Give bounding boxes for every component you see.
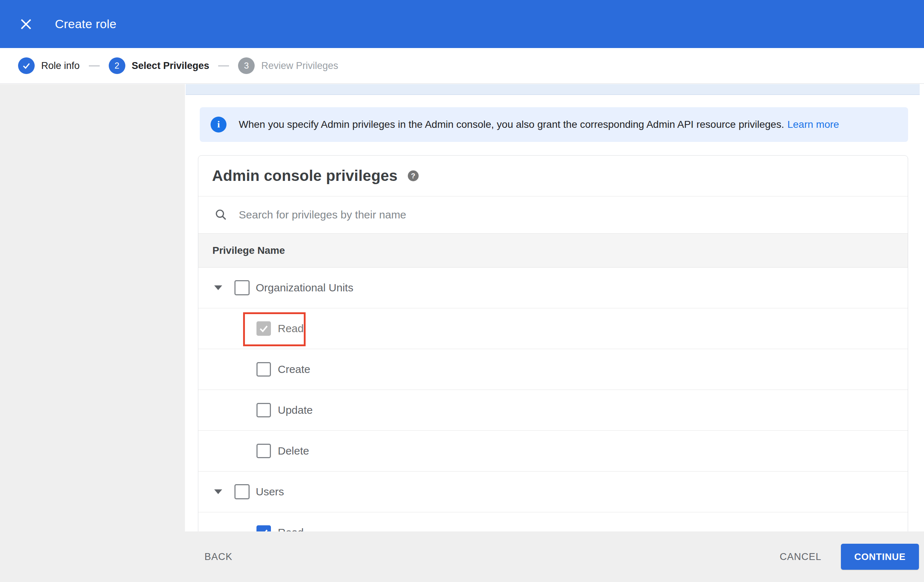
privilege-checkbox[interactable]	[256, 362, 271, 377]
privilege-list: Organizational Units Read Create Update	[198, 267, 908, 531]
step3-label: Review Privileges	[261, 60, 338, 71]
content-area: i When you specify Admin privileges in t…	[0, 84, 924, 531]
search-input[interactable]	[239, 209, 744, 221]
privilege-label: Read	[278, 526, 304, 531]
step3-number: 3	[238, 58, 255, 74]
step2-number: 2	[109, 58, 125, 74]
privilege-search-row	[198, 196, 908, 233]
step-role-info[interactable]: Role info	[18, 58, 80, 74]
privilege-checkbox[interactable]	[256, 444, 271, 458]
search-icon	[214, 208, 228, 222]
privilege-row[interactable]: Users	[198, 472, 908, 512]
privilege-label: Organizational Units	[256, 282, 353, 294]
step1-label: Role info	[41, 60, 80, 71]
learn-more-link[interactable]: Learn more	[787, 119, 839, 130]
footer-action-bar: BACK CANCEL CONTINUE	[0, 531, 924, 582]
step1-check-icon	[18, 58, 35, 74]
step-connector	[89, 65, 100, 66]
privilege-label: Users	[256, 486, 284, 498]
privilege-label: Create	[278, 363, 310, 376]
privilege-checkbox[interactable]	[234, 280, 249, 295]
privilege-checkbox[interactable]	[234, 484, 249, 499]
continue-button[interactable]: CONTINUE	[841, 544, 919, 570]
main-panel: i When you specify Admin privileges in t…	[185, 84, 924, 531]
card-title-row: Admin console privileges ?	[198, 156, 908, 196]
privilege-row[interactable]: Organizational Units	[198, 267, 908, 308]
privilege-row[interactable]: Read	[198, 308, 908, 349]
privilege-label: Delete	[278, 445, 309, 457]
step-connector	[218, 65, 229, 66]
app-header: Create role	[0, 0, 924, 48]
banner-text: When you specify Admin privileges in the…	[239, 119, 784, 130]
scrolled-content-edge	[186, 84, 920, 95]
cancel-button[interactable]: CANCEL	[776, 544, 825, 570]
step-select-privileges[interactable]: 2 Select Privileges	[109, 58, 210, 74]
privilege-row[interactable]: Delete	[198, 431, 908, 472]
close-icon	[19, 17, 33, 31]
info-banner: i When you specify Admin privileges in t…	[200, 107, 908, 142]
info-icon: i	[211, 117, 226, 132]
step-review-privileges[interactable]: 3 Review Privileges	[238, 58, 338, 74]
privilege-checkbox[interactable]	[256, 525, 271, 531]
privilege-checkbox[interactable]	[256, 403, 271, 417]
privilege-row[interactable]: Create	[198, 349, 908, 390]
collapse-caret-icon[interactable]	[214, 285, 222, 290]
privilege-label: Update	[278, 404, 313, 416]
step2-label: Select Privileges	[132, 60, 210, 71]
back-button[interactable]: BACK	[201, 544, 236, 570]
wizard-stepper: Role info 2 Select Privileges 3 Review P…	[0, 48, 924, 84]
card-title: Admin console privileges	[212, 167, 398, 185]
privilege-row[interactable]: Update	[198, 390, 908, 431]
left-gutter	[0, 84, 185, 531]
collapse-caret-icon[interactable]	[214, 490, 222, 494]
page-title: Create role	[55, 17, 116, 31]
help-question-icon[interactable]: ?	[408, 170, 419, 181]
admin-privileges-card: Admin console privileges ? Privilege Nam…	[198, 155, 908, 531]
checkmark-icon	[258, 527, 269, 531]
annotation-highlight-box	[243, 312, 305, 346]
column-header: Privilege Name	[198, 233, 908, 267]
privilege-row[interactable]: Read	[198, 512, 908, 531]
create-role-dialog: Create role Role info 2 Select Privilege…	[0, 0, 924, 582]
close-button[interactable]	[16, 14, 36, 34]
